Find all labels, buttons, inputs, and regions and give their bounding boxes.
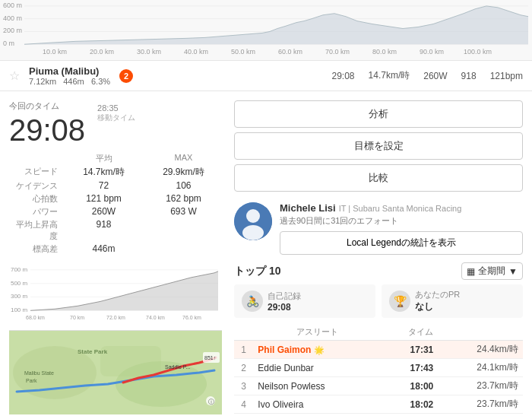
- time-col-header: タイム: [381, 324, 438, 341]
- speed-label: スピード: [9, 166, 62, 179]
- time-label: 今回のタイム: [9, 100, 85, 112]
- athlete-name-cell[interactable]: Karel Vacek: [253, 414, 381, 417]
- map-area: State Park Malibu State Park Saddle P...…: [9, 331, 222, 414]
- dropdown-arrow-icon: ▼: [508, 266, 518, 277]
- svg-text:70.0 km: 70.0 km: [325, 48, 350, 56]
- segment-badge: 2: [119, 69, 133, 83]
- legend-button[interactable]: Local Legendの統計を表示: [280, 231, 523, 255]
- speed-cell: 23.4km/時: [438, 414, 523, 417]
- time-cell: 17:43: [381, 359, 438, 377]
- max-header: MAX: [145, 153, 222, 164]
- right-panel: 分析 目標を設定 比較 Michele Lisi IT | Subaru San…: [234, 100, 523, 416]
- time-cell: 18:00: [381, 377, 438, 395]
- segment-info: Piuma (Malibu) 7.12km 446m 6.3%: [29, 65, 110, 86]
- athlete-card: Michele Lisi IT | Subaru Santa Monica Ra…: [234, 202, 523, 255]
- stat-hr: 121bpm: [490, 71, 523, 81]
- rank-cell: 1: [234, 341, 253, 359]
- svg-text:50.0 km: 50.0 km: [231, 48, 255, 56]
- svg-text:76.0 km: 76.0 km: [182, 315, 201, 320]
- athlete-name-cell[interactable]: Neilson Powless: [253, 377, 381, 395]
- svg-text:700 m: 700 m: [11, 266, 28, 273]
- analyze-button[interactable]: 分析: [234, 100, 523, 128]
- rank-cell: 5: [234, 414, 253, 417]
- top10-header: トップ 10 ▦ 全期間 ▼: [234, 262, 523, 280]
- segment-stats: 29:08 14.7km/時 260W 918 121bpm: [332, 69, 523, 82]
- athlete-efforts: 過去90日間に31回のエフォート: [280, 215, 523, 227]
- svg-text:70 km: 70 km: [70, 315, 84, 320]
- svg-text:60.0 km: 60.0 km: [278, 48, 302, 56]
- athlete-name-cell[interactable]: Phil Gaimon 🌟: [253, 341, 381, 359]
- stat-cadence: 918: [461, 71, 477, 81]
- svg-text:State Park: State Park: [78, 348, 108, 355]
- speed-cell: 24.1km/時: [438, 359, 523, 377]
- hr-max: 162 bpm: [145, 193, 222, 205]
- svg-text:200 m: 200 m: [3, 27, 22, 35]
- athlete-col-header: アスリート: [253, 324, 381, 341]
- your-pr-val: なし: [415, 300, 460, 313]
- self-record: 🚴 自己記録 29:08: [234, 284, 375, 318]
- cadence-max: 106: [145, 180, 222, 192]
- speed-cell: 23.7km/時: [438, 395, 523, 414]
- svg-text:20.0 km: 20.0 km: [90, 48, 114, 56]
- action-buttons: 分析 目標を設定 比較: [234, 100, 523, 192]
- svg-text:74.0 km: 74.0 km: [146, 315, 165, 320]
- svg-text:600 m: 600 m: [3, 2, 22, 9]
- alt-val: 446m: [65, 243, 142, 255]
- leaderboard-row: 2 Eddie Dunbar 17:43 24.1km/時: [234, 359, 523, 377]
- bar-chart-icon: ▦: [467, 266, 475, 277]
- hr-label: 心拍数: [9, 193, 62, 205]
- favorite-star[interactable]: ☆: [9, 68, 20, 83]
- leaderboard-row: 4 Ivo Oliveira 18:02 23.7km/時: [234, 395, 523, 414]
- cadence-label: ケイデンス: [9, 180, 62, 192]
- rank-cell: 4: [234, 395, 253, 414]
- svg-text:10.0 km: 10.0 km: [43, 48, 67, 56]
- set-goal-button[interactable]: 目標を設定: [234, 132, 523, 160]
- segment-name: Piuma (Malibu): [29, 65, 110, 77]
- self-record-icon: 🚴: [242, 291, 263, 312]
- svg-text:100.0 km: 100.0 km: [464, 48, 492, 56]
- move-time-label: 移動タイム: [97, 113, 135, 123]
- svg-text:80.0 km: 80.0 km: [372, 48, 397, 56]
- segment-meta: 7.12km 446m 6.3%: [29, 77, 110, 86]
- leaderboard-row: 3 Neilson Powless 18:00 23.7km/時: [234, 377, 523, 395]
- svg-text:100 m: 100 m: [11, 306, 28, 313]
- move-time-val: 28:35: [97, 103, 135, 113]
- main-content: 今回のタイム 29:08 28:35 移動タイム 平均 MAX スピード 14.…: [0, 91, 532, 416]
- speed-cell: 24.4km/時: [438, 341, 523, 359]
- svg-text:500 m: 500 m: [11, 280, 28, 287]
- stats-grid: 平均 MAX スピード 14.7km/時 29.9km/時 ケイデンス 72 1…: [9, 153, 222, 255]
- svg-text:300 m: 300 m: [11, 294, 28, 300]
- your-pr-label: あなたのPR: [415, 289, 460, 300]
- athlete-info: Michele Lisi IT | Subaru Santa Monica Ra…: [280, 202, 523, 255]
- your-pr: 🏆 あなたのPR なし: [382, 284, 523, 318]
- svg-text:ⓘ: ⓘ: [208, 399, 214, 405]
- top10-title: トップ 10: [234, 265, 280, 278]
- svg-text:0 m: 0 m: [3, 40, 14, 47]
- svg-point-44: [246, 209, 260, 223]
- rank-col-header: [234, 324, 253, 341]
- power-avg: 260W: [65, 206, 142, 218]
- cadence-avg: 72: [65, 180, 142, 192]
- athlete-title: IT | Subaru Santa Monica Racing: [339, 204, 462, 213]
- elev-val: 918: [65, 219, 142, 242]
- athlete-name: Michele Lisi: [280, 202, 336, 214]
- stat-speed: 14.7km/時: [369, 69, 410, 82]
- alt-label: 標高差: [9, 243, 62, 255]
- svg-text:Malibu State: Malibu State: [24, 370, 54, 376]
- leaderboard-row: 1 Phil Gaimon 🌟 17:31 24.4km/時: [234, 341, 523, 359]
- mini-elevation-chart: 700 m 500 m 300 m 100 m 68.0 km 70 km 72…: [9, 262, 222, 331]
- power-label: パワー: [9, 206, 62, 218]
- svg-text:40.0 km: 40.0 km: [184, 48, 208, 56]
- svg-text:Saddle P...: Saddle P...: [165, 364, 190, 370]
- athlete-name-cell[interactable]: Eddie Dunbar: [253, 359, 381, 377]
- athlete-name-cell[interactable]: Ivo Oliveira: [253, 395, 381, 414]
- period-select[interactable]: ▦ 全期間 ▼: [461, 262, 523, 280]
- avg-header: 平均: [65, 153, 142, 164]
- time-cell: 18:02: [381, 395, 438, 414]
- svg-text:90.0 km: 90.0 km: [420, 48, 444, 56]
- pr-row: 🚴 自己記録 29:08 🏆 あなたのPR なし: [234, 284, 523, 318]
- svg-text:68.0 km: 68.0 km: [26, 315, 45, 320]
- rank-cell: 2: [234, 359, 253, 377]
- stat-time: 29:08: [332, 71, 355, 81]
- compare-button[interactable]: 比較: [234, 164, 523, 192]
